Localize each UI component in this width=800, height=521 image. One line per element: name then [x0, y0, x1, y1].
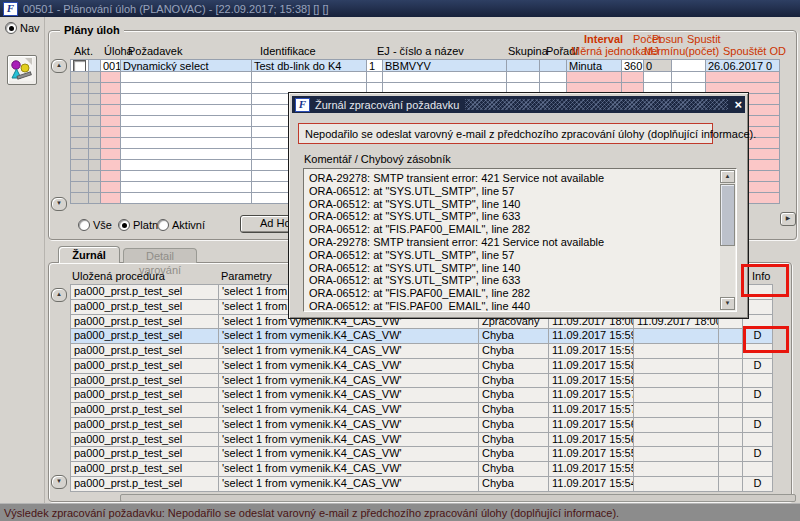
col-header-posun: Posun: [652, 33, 683, 45]
plans-scroll-down-button[interactable]: ▼: [51, 197, 67, 211]
info-detail-button[interactable]: D: [742, 446, 773, 462]
journal-cell: [742, 432, 773, 448]
comment-buffer-label: Komentář / Chybový zásobník: [304, 153, 451, 165]
journal-cell: pa000_prst.p_test_sel: [70, 461, 219, 477]
journal-cell: [718, 432, 743, 448]
info-detail-button[interactable]: D: [742, 387, 773, 403]
journal-cell: [633, 446, 719, 462]
journal-row[interactable]: pa000_prst.p_test_sel'select 1 from vyme…: [70, 388, 779, 403]
journal-row[interactable]: pa000_prst.p_test_sel'select 1 from vyme…: [70, 403, 779, 418]
log-line: ORA-06512: at "SYS.UTL_SMTP", line 57: [309, 249, 718, 262]
journal-cell: [633, 432, 719, 448]
tab-detail-varovani[interactable]: Detail varování: [123, 248, 197, 263]
journal-cell: pa000_prst.p_test_sel: [70, 417, 219, 433]
journal-cell: [718, 417, 743, 433]
journal-cell: Chyba: [478, 461, 549, 477]
journal-cell: 11.09.2017 15:57:02: [548, 402, 634, 418]
log-line: ORA-06512: at "FIS.PAF00_EMAIL", line 44…: [309, 300, 718, 312]
journal-cell: Chyba: [478, 432, 549, 448]
journal-cell: 'select 1 from vymenik.K4_CAS_VW': [218, 343, 479, 359]
journal-cell: 11.09.2017 15:55:02: [548, 461, 634, 477]
info-detail-button[interactable]: D: [742, 476, 773, 492]
journal-cell: pa000_prst.p_test_sel: [70, 328, 219, 344]
annotation-box-d-cell: [743, 326, 789, 353]
error-log-textarea[interactable]: ORA-29278: SMTP transient error: 421 Ser…: [303, 168, 737, 312]
journal-cell: 'select 1 from vymenik.K4_CAS_VW': [218, 476, 479, 492]
log-line: ORA-06512: at "SYS.UTL_SMTP", line 140: [309, 262, 718, 275]
journal-cell: [718, 387, 743, 403]
filter-aktivni-radio[interactable]: Aktivní: [157, 219, 205, 231]
journal-row[interactable]: pa000_prst.p_test_sel'select 1 from vyme…: [70, 344, 779, 359]
col-header-parametry: Parametry: [221, 270, 272, 282]
journal-cell: Chyba: [478, 358, 549, 374]
journal-cell: Chyba: [478, 402, 549, 418]
journal-cell: 11.09.2017 15:59:02: [548, 343, 634, 359]
journal-cell: Chyba: [478, 387, 549, 403]
info-detail-button[interactable]: D: [742, 358, 773, 374]
nav-radio[interactable]: Nav: [5, 22, 40, 34]
plans-scroll-right-button[interactable]: ▶: [780, 212, 796, 226]
dialog-title: Žurnál zpracování požadavku: [315, 99, 459, 111]
planner-objects-icon: [8, 56, 34, 82]
journal-row[interactable]: pa000_prst.p_test_sel'select 1 from vyme…: [70, 433, 779, 448]
journal-cell: [718, 343, 743, 359]
log-line: ORA-29278: SMTP transient error: 421 Ser…: [309, 236, 718, 249]
journal-cell: 'select 1 from vymenik.K4_CAS_VW': [218, 461, 479, 477]
journal-cell: pa000_prst.p_test_sel: [70, 373, 219, 389]
horizontal-scrollbar-track[interactable]: [120, 494, 796, 502]
journal-cell: 'select 1 from vymenik.K4_CAS_VW': [218, 432, 479, 448]
journal-cell: 'select 1 from vymenik.K4_CAS_VW': [218, 402, 479, 418]
col-header-terminu: termínu: [648, 45, 685, 57]
journal-cell: pa000_prst.p_test_sel: [70, 314, 219, 330]
journal-cell: [718, 358, 743, 374]
textarea-scrollbar[interactable]: ▲ ▼: [720, 170, 735, 310]
journal-cell: [633, 358, 719, 374]
log-line: ORA-29278: SMTP transient error: 421 Ser…: [309, 172, 718, 185]
journal-cell: pa000_prst.p_test_sel: [70, 476, 219, 492]
plans-scroll-up-button[interactable]: ▲: [51, 59, 67, 73]
journal-row[interactable]: pa000_prst.p_test_sel'select 1 from vyme…: [70, 462, 779, 477]
journal-cell: [718, 373, 743, 389]
journal-cell: [633, 373, 719, 389]
journal-cell: Chyba: [478, 417, 549, 433]
dialog-titlebar[interactable]: F Žurnál zpracování požadavku ×: [292, 96, 745, 113]
journal-cell: pa000_prst.p_test_sel: [70, 358, 219, 374]
scroll-down-icon[interactable]: ▼: [720, 297, 735, 310]
journal-cell: [633, 343, 719, 359]
filter-vse-radio[interactable]: Vše: [78, 219, 112, 231]
tab-zurnal[interactable]: Žurnál: [58, 246, 120, 263]
scroll-up-icon[interactable]: ▲: [720, 170, 735, 183]
journal-cell: [633, 417, 719, 433]
journal-scroll-down-button[interactable]: ▼: [51, 475, 67, 489]
journal-cell: Chyba: [478, 343, 549, 359]
journal-row[interactable]: pa000_prst.p_test_sel'select 1 from vyme…: [70, 359, 779, 374]
journal-cell: 'select 1 from vymenik.K4_CAS_VW': [218, 417, 479, 433]
col-header-akt: Akt.: [74, 45, 93, 57]
col-header-ej: EJ - číslo a název: [377, 45, 464, 57]
journal-row[interactable]: pa000_prst.p_test_sel'select 1 from vyme…: [70, 329, 779, 344]
log-line: ORA-06512: at "SYS.UTL_SMTP", line 633: [309, 210, 718, 223]
journal-scroll-up-button[interactable]: ▲: [51, 288, 67, 302]
journal-row[interactable]: pa000_prst.p_test_sel'select 1 from vyme…: [70, 447, 779, 462]
journal-row[interactable]: pa000_prst.p_test_sel'select 1 from vyme…: [70, 374, 779, 389]
scrollbar-thumb[interactable]: [720, 184, 735, 246]
info-detail-button[interactable]: D: [742, 417, 773, 433]
dialog-warning-message: Nepodařilo se odeslat varovný e-mail z p…: [298, 123, 713, 144]
journal-cell: Chyba: [478, 446, 549, 462]
journal-cell: [718, 446, 743, 462]
dialog-close-icon[interactable]: ×: [734, 98, 742, 111]
planner-tool-button[interactable]: [7, 55, 37, 85]
journal-cell: pa000_prst.p_test_sel: [70, 387, 219, 403]
dialog-zurnal-zpracovani: F Žurnál zpracování požadavku × Nepodaři…: [288, 92, 749, 319]
journal-cell: 11.09.2017 15:58:03: [548, 358, 634, 374]
filter-aktivni-label: Aktivní: [172, 219, 205, 231]
journal-row[interactable]: pa000_prst.p_test_sel'select 1 from vyme…: [70, 418, 779, 433]
log-line: ORA-06512: at "SYS.UTL_SMTP", line 57: [309, 185, 718, 198]
journal-cell: [742, 373, 773, 389]
filter-vse-label: Vše: [93, 219, 112, 231]
journal-row[interactable]: pa000_prst.p_test_sel'select 1 from vyme…: [70, 477, 779, 492]
radio-checked-icon: [118, 219, 130, 231]
journal-cell: [633, 476, 719, 492]
journal-cell: [718, 461, 743, 477]
radio-icon: [157, 219, 169, 231]
